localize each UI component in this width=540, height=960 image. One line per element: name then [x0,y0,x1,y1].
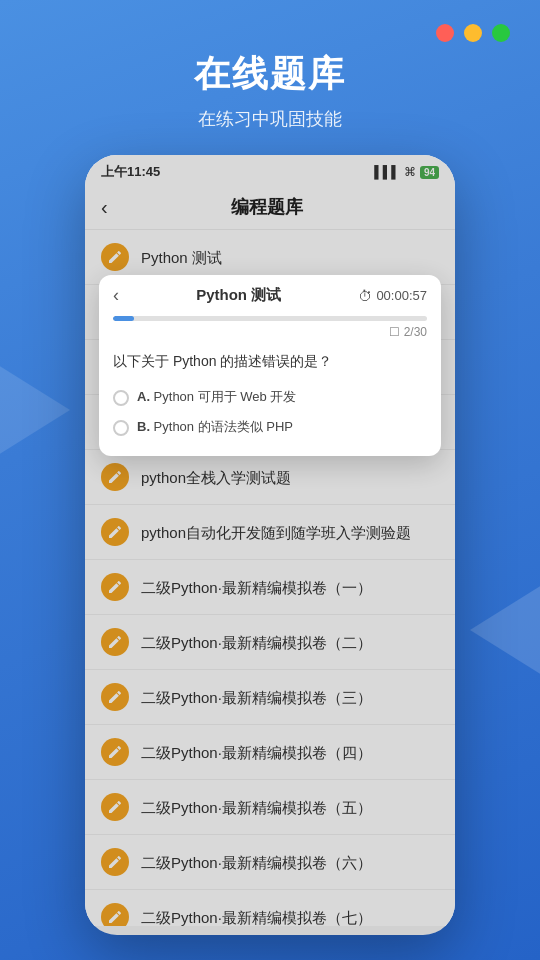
quiz-progress-bar-wrap [99,312,441,323]
traffic-lights [436,24,510,42]
checkbox-icon: ☐ [389,325,400,339]
traffic-light-yellow[interactable] [464,24,482,42]
header-area: 在线题库 在练习中巩固技能 [0,50,540,131]
phone-frame: 上午11:45 ▌▌▌ ⌘ 94 ‹ 编程题库 Python 测试 [85,155,455,935]
quiz-progress-text: 2/30 [404,325,427,339]
quiz-option[interactable]: A. Python 可用于 Web 开发 [113,382,427,412]
quiz-meta: ☐ 2/30 [99,323,441,345]
quiz-question: 以下关于 Python 的描述错误的是？ [99,345,441,382]
quiz-back-button[interactable]: ‹ [113,285,119,306]
option-radio [113,420,129,436]
sub-title: 在练习中巩固技能 [0,107,540,131]
option-text: B. Python 的语法类似 PHP [137,418,293,436]
quiz-progress-fill [113,316,134,321]
quiz-timer-value: 00:00:57 [376,288,427,303]
quiz-timer: ⏱ 00:00:57 [358,288,427,304]
option-text: A. Python 可用于 Web 开发 [137,388,296,406]
popup-overlay[interactable] [85,155,455,935]
quiz-card: ‹ Python 测试 ⏱ 00:00:57 ☐ 2/30 以下关于 Pytho… [99,275,441,456]
main-title: 在线题库 [0,50,540,99]
quiz-option[interactable]: B. Python 的语法类似 PHP [113,412,427,442]
quiz-options: A. Python 可用于 Web 开发 B. Python 的语法类似 PHP [99,382,441,456]
quiz-progress-track [113,316,427,321]
quiz-header: ‹ Python 测试 ⏱ 00:00:57 [99,275,441,312]
traffic-light-red[interactable] [436,24,454,42]
option-radio [113,390,129,406]
quiz-popup-title: Python 测试 [196,286,281,305]
clock-icon: ⏱ [358,288,372,304]
traffic-light-green[interactable] [492,24,510,42]
